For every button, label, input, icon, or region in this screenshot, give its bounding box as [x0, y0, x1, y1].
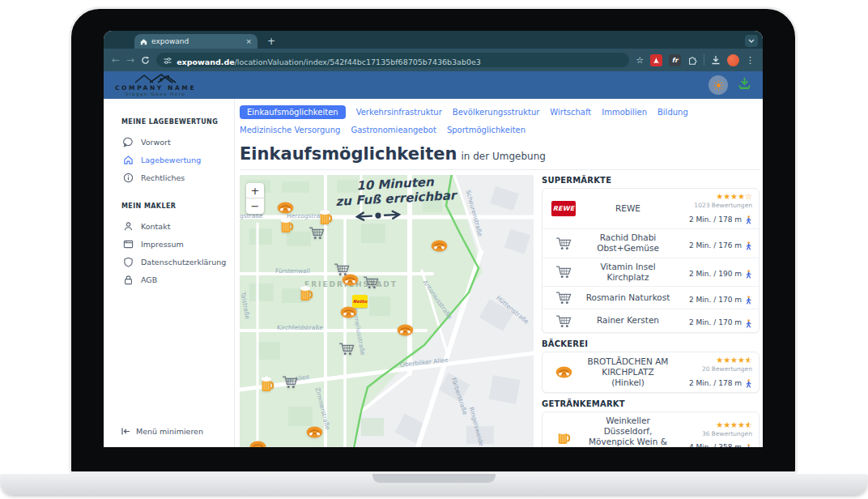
- map-marker-beer-icon[interactable]: [280, 217, 294, 234]
- map-marker-cart-icon[interactable]: [308, 226, 325, 240]
- sidebar-item-datenschutzerkl-rung[interactable]: Datenschutzerklärung: [104, 253, 234, 271]
- new-tab-button[interactable]: +: [267, 36, 275, 47]
- place-row-rosmarin-naturkost: Rosmarin Naturkost2 Min. / 170 m: [542, 286, 759, 309]
- beer-icon: [557, 429, 571, 446]
- menu-minimize-button[interactable]: Menü minimieren: [121, 427, 203, 436]
- tab-immobilien[interactable]: Immobilien: [602, 105, 647, 119]
- walking-person-icon: [745, 319, 752, 328]
- place-row-rainer-kersten: Rainer Kersten2 Min. / 170 m: [542, 309, 759, 332]
- map-street-label: Fürstenwall: [275, 267, 310, 275]
- sidebar-item-label: Datenschutzerklärung: [141, 258, 226, 267]
- sidebar-item-lagebewertung[interactable]: Lagebewertung: [104, 151, 234, 168]
- fr-extension-icon[interactable]: fr: [669, 54, 681, 66]
- places-card: BROTLÄDCHEN AM KIRCHPLATZ(Hinkel)★★★★☆★2…: [542, 352, 760, 393]
- walking-person-icon: [745, 215, 752, 224]
- extensions-puzzle-icon[interactable]: [687, 53, 697, 68]
- profile-avatar[interactable]: [727, 54, 739, 66]
- sidebar-item-impressum[interactable]: Impressum: [104, 235, 234, 253]
- page-subtitle: in der Umgebung: [461, 151, 545, 162]
- back-icon[interactable]: ←: [112, 55, 120, 65]
- cart-icon: [555, 265, 572, 279]
- place-name: Rainer Kersten: [578, 315, 678, 326]
- app-header: COMPANY NAME Slogan Goes Here: [104, 71, 763, 99]
- tab-bildung[interactable]: Bildung: [657, 105, 688, 119]
- zoom-in-button[interactable]: +: [246, 183, 264, 198]
- tab-sportm-glichkeiten[interactable]: Sportmöglichkeiten: [447, 123, 525, 137]
- download-icon[interactable]: [711, 53, 721, 68]
- review-count: 1023 Bewertungen: [678, 202, 752, 210]
- place-name: Rosmarin Naturkost: [578, 292, 678, 303]
- map[interactable]: + − 10 Minuten zu Fuß erreichbar gstraße…: [240, 175, 534, 447]
- sidebar-item-kontakt[interactable]: Kontakt: [104, 217, 234, 235]
- walking-distance: 2 Min. / 178 m: [689, 378, 752, 390]
- map-marker-beer-icon[interactable]: [300, 285, 313, 302]
- url-bar[interactable]: expowand.de/locationValuation/index/542f…: [156, 53, 629, 67]
- browser-window: expowand × + ← → expowand.de/locationVal…: [104, 31, 763, 447]
- sidebar-item-label: Rechtliches: [141, 173, 185, 182]
- map-marker-pretzel-icon[interactable]: [277, 202, 294, 214]
- tab-verkehrsinfrastruktur[interactable]: Verkehrsinfrastruktur: [356, 105, 442, 119]
- map-marker-pretzel-icon[interactable]: [306, 426, 323, 438]
- review-count: 20 Bewertungen: [678, 365, 752, 373]
- map-marker-cart-icon[interactable]: [338, 342, 355, 356]
- person-icon: [123, 221, 134, 232]
- tab-einkaufsm-glichkeiten[interactable]: Einkaufsmöglichkeiten: [240, 105, 346, 119]
- walk-time-annotation: 10 Minuten zu Fuß erreichbar: [321, 175, 471, 228]
- cart-icon: [555, 237, 572, 250]
- sidebar: MEINE LAGEBEWERTUNGVorwortLagebewertungR…: [104, 99, 235, 447]
- forward-icon[interactable]: →: [126, 55, 134, 65]
- browser-toolbar: ← → expowand.de/locationValuation/index/…: [104, 49, 763, 71]
- tab-medizinische-versorgung[interactable]: Medizinische Versorgung: [240, 123, 340, 137]
- cart-icon: [555, 291, 572, 305]
- sidebar-item-vorwort[interactable]: Vorwort: [104, 133, 234, 151]
- map-marker-cart-icon[interactable]: [282, 375, 298, 389]
- lock-icon: [123, 275, 134, 285]
- map-marker-beer-icon[interactable]: [261, 376, 274, 393]
- tab-close-icon[interactable]: ×: [245, 37, 252, 45]
- main-content: EinkaufsmöglichkeitenVerkehrsinfrastrukt…: [235, 99, 763, 447]
- tab-wirtschaft[interactable]: Wirtschaft: [550, 105, 591, 119]
- map-marker-pretzel-icon[interactable]: [431, 240, 448, 252]
- map-marker-pretzel-icon[interactable]: [342, 274, 359, 286]
- map-marker-pretzel-icon[interactable]: [340, 306, 357, 318]
- reload-icon[interactable]: [141, 53, 150, 68]
- star-rating: ★★★★☆★: [678, 356, 752, 365]
- star-rating: ★★★★☆: [678, 192, 752, 202]
- sidebar-item-rechtliches[interactable]: Rechtliches: [104, 168, 234, 186]
- tab-house-icon: [140, 38, 147, 45]
- map-marker-cart-icon[interactable]: [363, 275, 379, 289]
- pdf-extension-icon[interactable]: [650, 54, 662, 66]
- info-icon: [123, 173, 134, 183]
- walking-distance: 2 Min. / 170 m: [689, 295, 752, 306]
- section-title-getr-nkemarkt: GETRÄNKEMARKT: [542, 399, 760, 408]
- tab-title: expowand: [151, 37, 189, 45]
- sidebar-section-mein-makler: MEIN MAKLER: [104, 203, 234, 210]
- walking-distance: 2 Min. / 178 m: [689, 215, 752, 226]
- bookmark-star-icon[interactable]: ☆: [636, 56, 644, 65]
- tab-gastronomieangebot[interactable]: Gastronomieangebot: [351, 123, 436, 137]
- download-tray-icon[interactable]: [738, 77, 751, 93]
- map-zoom-control: + −: [246, 183, 264, 214]
- map-marker-pretzel-icon[interactable]: [397, 324, 414, 336]
- sidebar-item-agb[interactable]: AGB: [104, 271, 234, 288]
- company-slogan: Slogan Goes Here: [126, 92, 186, 97]
- place-name: Weinkeller Düsseldorf,Mövenpick Wein & C…: [578, 416, 678, 447]
- walking-distance: 2 Min. / 176 m: [689, 241, 752, 252]
- sun-icon[interactable]: [708, 75, 728, 95]
- browser-tab-strip: expowand × +: [104, 31, 763, 49]
- map-marker-pretzel-icon[interactable]: [249, 441, 266, 447]
- company-logo: COMPANY NAME Slogan Goes Here: [115, 74, 196, 97]
- roofline-logo-icon: [130, 74, 181, 84]
- zoom-out-button[interactable]: −: [246, 198, 264, 214]
- browser-tab[interactable]: expowand ×: [134, 34, 257, 49]
- sidebar-item-label: Lagebewertung: [141, 156, 201, 164]
- menu-dots-icon[interactable]: ⋮: [746, 56, 755, 65]
- category-tabs: EinkaufsmöglichkeitenVerkehrsinfrastrukt…: [240, 105, 693, 137]
- place-name: REWE: [578, 203, 678, 214]
- tab-bev-lkerungsstruktur[interactable]: Bevölkerungsstruktur: [453, 105, 540, 119]
- sidebar-item-label: Vorwort: [141, 138, 171, 147]
- tab-list-chevron-icon[interactable]: [745, 35, 758, 47]
- section-title-superm-rkte: SUPERMÄRKTE: [542, 176, 760, 185]
- walking-person-icon: [745, 241, 752, 250]
- walking-person-icon: [745, 379, 752, 388]
